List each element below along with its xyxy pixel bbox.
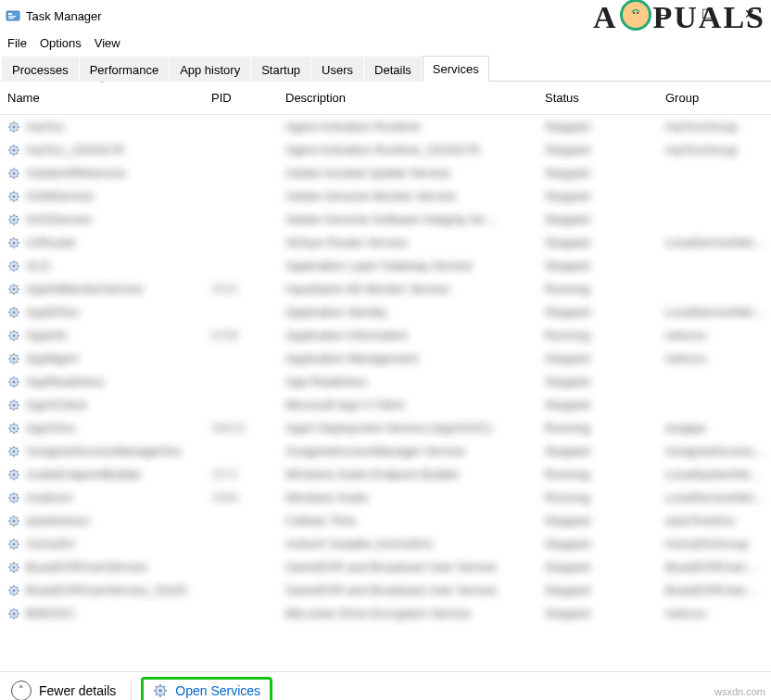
table-row[interactable]: AudioEndpointBuilder 2572 Windows Audio … bbox=[0, 463, 771, 486]
col-group[interactable]: Group bbox=[658, 82, 771, 115]
cell-status: Stopped bbox=[537, 115, 658, 139]
table-row[interactable]: BcastDVRUserService GameDVR and Broadcas… bbox=[0, 555, 771, 579]
svg-line-143 bbox=[10, 424, 11, 425]
service-name: Audiosrv bbox=[26, 490, 73, 504]
fewer-details-label: Fewer details bbox=[39, 683, 116, 698]
tab-details[interactable]: Details bbox=[364, 57, 422, 82]
tab-app-history[interactable]: App history bbox=[170, 57, 250, 82]
svg-line-235 bbox=[156, 694, 157, 694]
cell-pid bbox=[204, 208, 278, 231]
cell-name: AudioEndpointBuilder bbox=[0, 463, 204, 486]
svg-line-35 bbox=[10, 176, 11, 177]
svg-line-46 bbox=[17, 192, 18, 193]
sort-asc-icon: ˄ bbox=[100, 82, 105, 89]
table-row[interactable]: Appinfo 6788 Application Information Run… bbox=[0, 324, 771, 347]
table-row[interactable]: AppVClient Microsoft App-V Client Stoppe… bbox=[0, 393, 771, 416]
cell-description: Microsoft App-V Client bbox=[278, 393, 537, 416]
cell-pid bbox=[204, 138, 278, 161]
close-button[interactable]: ✕ bbox=[728, 0, 771, 28]
svg-line-23 bbox=[10, 146, 11, 146]
open-services-button[interactable]: Open Services bbox=[141, 677, 272, 701]
cell-group: BcastDVRUser… bbox=[658, 555, 771, 579]
table-row[interactable]: AssignedAccessManagerSvc AssignedAccessM… bbox=[0, 439, 771, 463]
svg-line-44 bbox=[17, 199, 18, 200]
col-pid[interactable]: PID bbox=[204, 82, 278, 115]
cell-group bbox=[658, 393, 771, 416]
table-row[interactable]: AppIDSvc Application Identity Stopped Lo… bbox=[0, 300, 771, 324]
svg-line-63 bbox=[10, 238, 11, 239]
col-name[interactable]: ˄ Name bbox=[0, 82, 204, 115]
svg-line-173 bbox=[10, 493, 11, 494]
cell-name: Audiosrv bbox=[0, 486, 204, 509]
table-row[interactable]: AGMService Adobe Genuine Monitor Service… bbox=[0, 185, 771, 208]
svg-line-203 bbox=[10, 563, 11, 564]
cell-pid bbox=[204, 254, 278, 277]
cell-status: Stopped bbox=[537, 602, 658, 625]
svg-point-58 bbox=[13, 241, 16, 244]
svg-point-18 bbox=[13, 148, 16, 151]
maximize-button[interactable]: ☐ bbox=[686, 0, 728, 28]
menu-options[interactable]: Options bbox=[36, 34, 91, 52]
minimize-button[interactable]: — bbox=[643, 0, 686, 28]
svg-line-116 bbox=[17, 354, 18, 355]
table-row[interactable]: ALG Application Layer Gateway Service St… bbox=[0, 254, 771, 277]
service-gear-icon bbox=[7, 306, 20, 319]
svg-line-113 bbox=[10, 354, 11, 355]
svg-point-5 bbox=[633, 12, 635, 14]
table-row[interactable]: AGSService Adobe Genuine Software Integr… bbox=[0, 208, 771, 231]
cell-description: Windows Audio Endpoint Builder bbox=[278, 463, 537, 486]
table-row[interactable]: AarSvc_23c53c78 Agent Activation Runtime… bbox=[0, 138, 771, 161]
service-name: AppIDSvc bbox=[26, 305, 80, 319]
tab-processes[interactable]: Processes bbox=[2, 57, 79, 82]
cell-status: Stopped bbox=[537, 393, 658, 416]
menu-file[interactable]: File bbox=[4, 34, 36, 52]
cell-description: Agent Activation Runtime_23c53c78 bbox=[278, 138, 537, 161]
cell-pid bbox=[204, 115, 278, 139]
svg-line-34 bbox=[17, 176, 18, 177]
tab-strip: Processes Performance App history Startu… bbox=[0, 54, 771, 82]
col-status[interactable]: Status bbox=[537, 82, 658, 115]
cell-pid: 2584 bbox=[204, 486, 278, 509]
svg-point-108 bbox=[13, 357, 16, 360]
svg-point-198 bbox=[13, 566, 16, 568]
fewer-details-button[interactable]: ˄ Fewer details bbox=[6, 679, 121, 701]
table-row[interactable]: AxInstSV ActiveX Installer (AxInstSV) St… bbox=[0, 532, 771, 555]
table-row[interactable]: BcastDVRUserService_23c53 GameDVR and Br… bbox=[0, 579, 771, 602]
table-row[interactable]: AJRouter AllJoyn Router Service Stopped … bbox=[0, 231, 771, 254]
svg-line-216 bbox=[17, 586, 18, 587]
tab-services[interactable]: Services bbox=[423, 56, 489, 82]
svg-line-133 bbox=[10, 401, 11, 401]
table-row[interactable]: AdobeARMservice Adobe Acrobat Update Ser… bbox=[0, 161, 771, 185]
cell-status: Stopped bbox=[537, 370, 658, 393]
svg-point-78 bbox=[13, 287, 16, 290]
menu-bar: File Options View bbox=[0, 32, 771, 54]
svg-point-128 bbox=[13, 403, 16, 406]
svg-line-65 bbox=[10, 246, 11, 247]
table-row[interactable]: AppXSvc 38816 AppX Deployment Service (A… bbox=[0, 416, 771, 439]
cell-description: Agent Activation Runtime bbox=[278, 115, 537, 139]
col-description[interactable]: Description bbox=[278, 82, 537, 115]
table-row[interactable]: Audiosrv 2584 Windows Audio Running Loca… bbox=[0, 486, 771, 509]
service-gear-icon bbox=[7, 283, 20, 296]
table-row[interactable]: AarSvc Agent Activation Runtime Stopped … bbox=[0, 115, 771, 139]
table-row[interactable]: BDESVC BitLocker Drive Encryption Servic… bbox=[0, 602, 771, 625]
table-row[interactable]: AppReadiness App Readiness Stopped bbox=[0, 370, 771, 393]
svg-point-6 bbox=[637, 12, 638, 14]
table-row[interactable]: AppHdMonitorService 3032 AquaSpire HD Mo… bbox=[0, 277, 771, 300]
cell-group: wsappx bbox=[658, 416, 771, 439]
table-row[interactable]: AppMgmt Application Management Stopped n… bbox=[0, 347, 771, 370]
svg-line-24 bbox=[17, 153, 18, 154]
menu-view[interactable]: View bbox=[91, 34, 130, 52]
tab-startup[interactable]: Startup bbox=[251, 57, 310, 82]
cell-group: LocalSystemNe… bbox=[658, 463, 771, 486]
svg-line-196 bbox=[17, 540, 18, 541]
svg-line-56 bbox=[17, 215, 18, 216]
svg-line-53 bbox=[10, 215, 11, 216]
tab-performance[interactable]: Performance bbox=[80, 57, 169, 82]
tab-users[interactable]: Users bbox=[311, 57, 363, 82]
svg-point-38 bbox=[13, 195, 16, 197]
svg-line-55 bbox=[10, 223, 11, 223]
table-row[interactable]: autotimesvc Cellular Time Stopped autoTi… bbox=[0, 509, 771, 532]
cell-description: Windows Audio bbox=[278, 486, 537, 509]
service-name: AGSService bbox=[26, 212, 92, 226]
